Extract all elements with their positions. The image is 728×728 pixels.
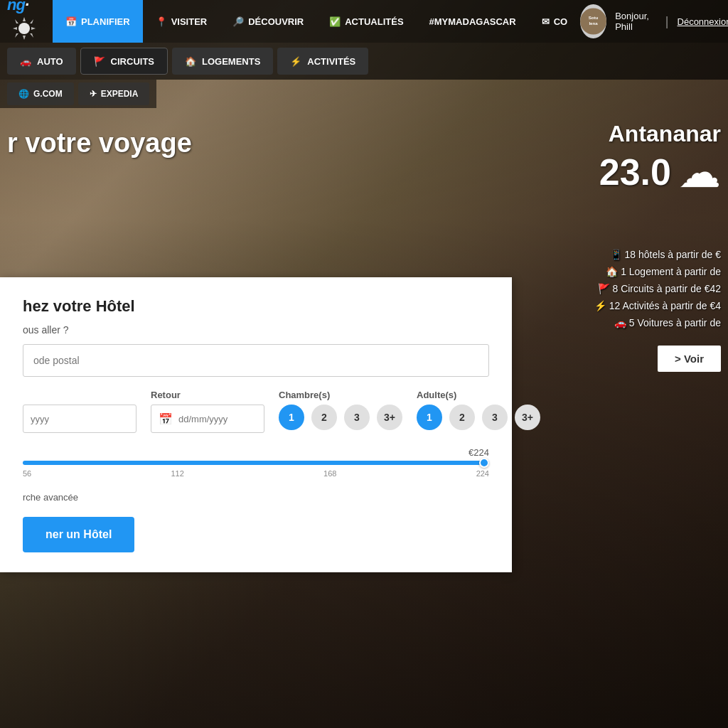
weather-city: Antananar [599,121,721,147]
price-max-label: €224 [23,447,489,458]
aller-date-input[interactable] [31,414,102,424]
calendar-icon: 📅 [159,412,173,426]
brand-logo: Sotu lena [580,4,606,38]
price-slider-track [23,461,489,465]
nav-mymadagascar[interactable]: #MYMADAGASCAR [417,0,529,43]
logo-text: ng· [7,0,38,47]
subnav-circuits[interactable]: 🚩 CIRCUITS [80,48,168,75]
nav-co-label: CO [554,16,568,27]
tick-168: 168 [323,469,336,478]
circuits-info: 🚩 8 Circuits à partir de €42 [594,283,721,294]
nav-actualites-label: ACTUALITÉS [345,16,403,27]
subnav2-expedia-label: EXPEDIA [101,89,139,99]
chambre-opt-3[interactable]: 3 [344,405,370,430]
car-icon: 🚗 [20,56,31,67]
adulte-opt-3plus[interactable]: 3+ [515,405,540,430]
subnav-logements[interactable]: 🏠 LOGEMENTS [172,48,273,75]
nav-decouvrir[interactable]: 🔎 DÉCOUVRIR [220,0,316,43]
nav-right: Sotu lena Bonjour, Phill | Déconnexion |… [580,4,728,38]
activites-text: 12 Activités à partir de €4 [609,300,721,311]
adulte-opt-1[interactable]: 1 [417,405,442,430]
subnav-auto[interactable]: 🚗 AUTO [7,48,76,75]
globe-icon: 🌐 [18,89,29,99]
weather-widget: Antananar 23.0 ☁ [599,121,728,197]
svg-point-0 [18,23,30,34]
logement-text: 1 Logement à partir de [621,266,721,277]
activites-info: ⚡ 12 Activités à partir de €4 [594,300,721,311]
adulte-opt-3[interactable]: 3 [482,405,508,430]
voitures-text: 5 Voitures à partir de [629,317,721,328]
activites-lightning-icon: ⚡ [594,300,606,311]
subnav2-booking-label: G.COM [33,89,63,99]
nav-actualites[interactable]: ✅ ACTUALITÉS [316,0,416,43]
chambres-options: 1 2 3 3+ [279,405,402,430]
retour-date-wrapper: 📅 [151,405,264,433]
navbar: ng· 📅 PLANIFIER 📍 VISITER 🔎 DÉCOUVRIR ✅ … [0,0,728,43]
search-panel-subtitle: ous aller ? [23,324,489,336]
adultes-group: Adulte(s) 1 2 3 3+ [417,390,540,430]
retour-date-group: Retour 📅 [151,390,264,433]
logo-area: ng· [7,0,38,47]
subnav-activites-label: ACTIVITÉS [307,56,355,67]
chambres-label: Chambre(s) [279,390,402,400]
user-greeting: Bonjour, Phill [615,11,657,32]
adultes-label: Adulte(s) [417,390,540,400]
search-submit-button[interactable]: ner un Hôtel [23,517,134,552]
chambre-opt-3plus[interactable]: 3+ [377,405,402,430]
voir-button[interactable]: > Voir [658,346,721,372]
aller-date-wrapper [23,405,136,433]
svg-text:Sotu: Sotu [589,15,599,20]
hero-title: r votre voyage [7,128,192,159]
mail-icon: ✉ [542,16,550,27]
hero-text-area: r votre voyage [7,128,192,159]
chambre-opt-1[interactable]: 1 [279,405,304,430]
svg-text:lena: lena [589,21,599,26]
retour-date-input[interactable] [178,414,257,424]
adultes-options: 1 2 3 3+ [417,405,540,430]
price-section: €224 56 112 168 224 [23,447,489,478]
subnav-activites[interactable]: ⚡ ACTIVITÉS [277,48,368,75]
retour-label: Retour [151,390,264,400]
search-panel-title: hez votre Hôtel [23,297,489,316]
right-info-panel: 📱 18 hôtels à partir de € 🏠 1 Logement à… [594,249,721,372]
hotels-info: 📱 18 hôtels à partir de € [594,249,721,260]
check-icon: ✅ [329,16,341,27]
hotel-icon: 📱 [610,249,622,260]
subnav-auto-label: AUTO [37,56,63,67]
voitures-info: 🚗 5 Voitures à partir de [594,317,721,328]
nav-planifier[interactable]: 📅 PLANIFIER [53,0,143,43]
home-icon: 🏠 [606,266,618,277]
nav-co[interactable]: ✉ CO [529,0,581,43]
subnav2-expedia[interactable]: ✈ EXPEDIA [78,82,150,105]
subnav2-booking[interactable]: 🌐 G.COM [7,82,74,105]
circuits-text: 8 Circuits à partir de €42 [612,283,721,294]
search-panel: hez votre Hôtel ous aller ? Aller Retour… [0,277,512,572]
plane-icon: ✈ [90,89,97,99]
location-input[interactable] [23,344,489,377]
nav-links: 📅 PLANIFIER 📍 VISITER 🔎 DÉCOUVRIR ✅ ACTU… [53,0,580,43]
car-info-icon: 🚗 [614,317,626,328]
subnav2: 🌐 G.COM ✈ EXPEDIA [0,80,156,108]
advanced-search-link[interactable]: rche avancée [23,492,489,503]
subnav-circuits-label: CIRCUITS [111,56,154,67]
tick-224: 224 [476,469,489,478]
pin-icon: 📍 [156,16,167,27]
adulte-opt-2[interactable]: 2 [449,405,475,430]
nav-visiter-label: VISITER [171,16,208,27]
nav-mymadagascar-label: #MYMADAGASCAR [429,16,516,27]
subnav-logements-label: LOGEMENTS [202,56,260,67]
lightning-icon: ⚡ [290,56,301,67]
nav-visiter[interactable]: 📍 VISITER [143,0,220,43]
price-slider-thumb[interactable] [479,458,489,468]
nav-planifier-label: PLANIFIER [81,16,130,27]
date-options-row: Aller Retour 📅 Chambre(s) 1 2 3 3+ [23,390,489,433]
chambre-opt-2[interactable]: 2 [311,405,337,430]
logement-info: 🏠 1 Logement à partir de [594,266,721,277]
deconnexion-link[interactable]: Déconnexion [678,16,728,27]
aller-date-group: Aller [23,390,136,433]
subnav: 🚗 AUTO 🚩 CIRCUITS 🏠 LOGEMENTS ⚡ ACTIVITÉ… [0,43,728,80]
chambres-group: Chambre(s) 1 2 3 3+ [279,390,402,430]
tick-56: 56 [23,469,31,478]
circuits-flag-icon: 🚩 [598,283,610,294]
tick-112: 112 [171,469,183,478]
